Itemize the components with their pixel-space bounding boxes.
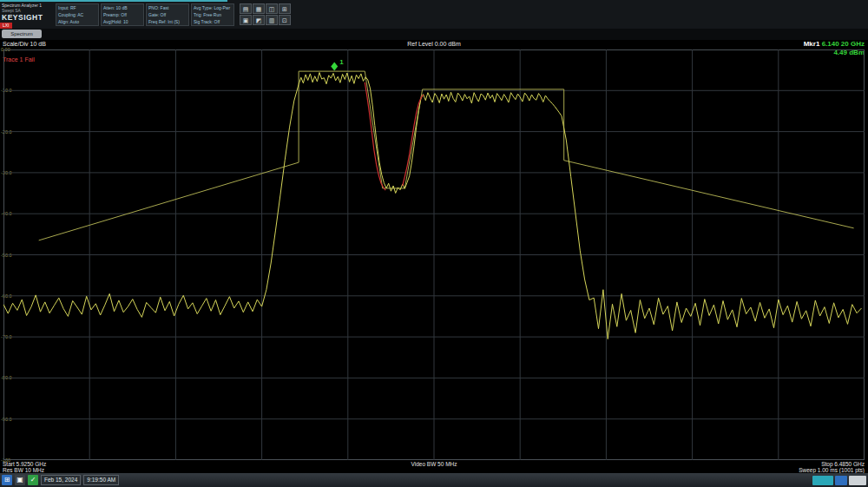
header-icon-button[interactable]: ◫ <box>266 3 278 14</box>
panel-avg-trig-settings[interactable]: Avg Type: Log-Pwr Trig: Free Run Sig Tra… <box>191 3 234 26</box>
stop-freq-label: Stop 6.4850 GHz <box>821 461 865 467</box>
status-bar: Spectrum Analyzer 1 Swept SA KEYSIGHT LX… <box>0 0 868 29</box>
panel-row: PNO: Fast <box>148 5 187 12</box>
panel-input-settings[interactable]: Input: RF Coupling: AC Align: Auto <box>56 3 99 26</box>
fail-segment <box>365 82 385 190</box>
panel-row: Preamp: Off <box>103 12 141 19</box>
taskbar-status-button[interactable]: ✓ <box>28 475 38 485</box>
header-icon-buttons: ▤▦◫⊞▣◩▥⊡ <box>240 3 295 25</box>
video-bw-label: Video BW 50 MHz <box>0 461 868 467</box>
instrument-screen: { "colors": { "accent_teal": "#3fa9b8", … <box>0 0 868 487</box>
ref-level-label: Ref Level 0.00 dBm <box>0 41 868 47</box>
taskbar-indicators <box>812 476 866 485</box>
header-icon-button[interactable]: ▥ <box>266 15 278 25</box>
taskbar-time[interactable]: 9:19:50 AM <box>83 475 119 485</box>
marker-readout-freq: 6.140 20 GHz <box>822 40 865 48</box>
panel-row: Coupling: AC <box>58 12 96 19</box>
panel-row: Avg Type: Log-Pwr <box>194 5 232 12</box>
panel-atten-settings[interactable]: Atten: 10 dB Preamp: Off Avg|Hold: 10 <box>101 3 144 26</box>
panel-row: Align: Auto <box>58 19 96 26</box>
taskbar-buttons: ⊞▣✓ <box>2 475 38 485</box>
tab-spectrum[interactable]: Spectrum <box>2 30 42 38</box>
res-bw-label: Res BW 10 MHz <box>3 467 44 473</box>
panel-row: Sig Track: Off <box>194 19 232 26</box>
header-icon-button[interactable]: ▣ <box>240 15 252 25</box>
panel-row: Atten: 10 dB <box>103 5 141 12</box>
limit-line <box>39 71 854 240</box>
panel-row: Trig: Free Run <box>194 12 232 19</box>
settings-panels: Input: RF Coupling: AC Align: Auto Atten… <box>56 3 234 26</box>
taskbar-start-button[interactable]: ⊞ <box>2 475 12 485</box>
header-icon-button[interactable]: ▤ <box>240 3 252 14</box>
sweep-time-label: Sweep 1.00 ms (1001 pts) <box>799 467 865 473</box>
fail-segment <box>403 95 424 186</box>
trace1-polyline <box>3 73 862 339</box>
spectrum-chart[interactable]: 1 <box>3 49 865 460</box>
spectrum-display: Scale/Div 10 dB Ref Level 0.00 dBm Mkr1 … <box>0 40 868 473</box>
panel-row: Gate: Off <box>148 12 187 19</box>
lxi-badge: LXI <box>0 23 12 29</box>
taskbar-date[interactable]: Feb 15, 2024 <box>41 475 81 485</box>
header-icon-button[interactable]: ⊡ <box>279 15 291 25</box>
taskbar-indicator[interactable] <box>849 476 866 485</box>
panel-row: Input: RF <box>58 5 96 12</box>
header-icon-button[interactable]: ◩ <box>253 15 265 25</box>
taskbar-app-button[interactable]: ▣ <box>15 475 25 485</box>
svg-text:1: 1 <box>339 58 344 66</box>
marker-readout-label: Mkr1 <box>804 40 820 48</box>
panel-freq-ref-settings[interactable]: PNO: Fast Gate: Off Freq Ref: Int (S) <box>146 3 189 26</box>
window-title-strip <box>0 0 227 2</box>
panel-row: Avg|Hold: 10 <box>103 19 141 26</box>
taskbar-indicator[interactable] <box>835 476 847 485</box>
marker-1[interactable]: 1 <box>331 58 344 71</box>
keysight-logo: KEYSIGHT <box>2 13 43 22</box>
taskbar-indicator[interactable] <box>812 476 833 485</box>
panel-row: Freq Ref: Int (S) <box>148 19 187 26</box>
header-icon-button[interactable]: ▦ <box>253 3 265 14</box>
header-icon-button[interactable]: ⊞ <box>279 3 291 14</box>
taskbar: ⊞▣✓ Feb 15, 2024 9:19:50 AM <box>0 473 868 487</box>
toolbar-strip: Spectrum <box>0 29 868 40</box>
graticule <box>3 49 865 460</box>
